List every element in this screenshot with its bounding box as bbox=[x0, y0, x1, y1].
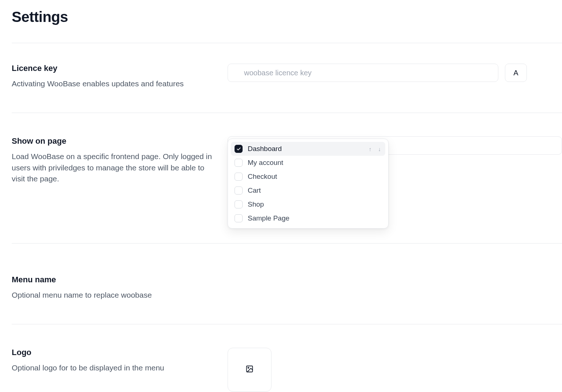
page-option-sample-page[interactable]: Sample Page bbox=[231, 211, 385, 225]
page-option-label: Shop bbox=[248, 200, 382, 208]
page-option-label: Sample Page bbox=[248, 214, 382, 222]
logo-upload-box[interactable] bbox=[228, 348, 271, 392]
pages-dropdown: Dashboard ↑ ↓ My account Checkout Cart S… bbox=[228, 139, 389, 229]
checkbox-icon[interactable] bbox=[235, 173, 243, 181]
logo-label-col: Logo Optional logo for to be displayed i… bbox=[12, 348, 228, 392]
image-icon bbox=[246, 365, 254, 374]
show-on-page-title: Show on page bbox=[12, 136, 213, 146]
licence-title: Licence key bbox=[12, 64, 213, 73]
menu-name-title: Menu name bbox=[12, 275, 213, 284]
licence-action-button[interactable]: A bbox=[505, 64, 527, 82]
checkbox-icon[interactable] bbox=[235, 200, 243, 208]
menu-name-desc: Optional menu name to replace woobase bbox=[12, 290, 213, 301]
page-option-checkout[interactable]: Checkout bbox=[231, 170, 385, 184]
show-on-page-label-col: Show on page Load WooBase on a specific … bbox=[12, 136, 228, 184]
licence-desc: Activating WooBase enables updates and f… bbox=[12, 78, 213, 89]
page-option-label: Cart bbox=[248, 186, 382, 195]
page-option-my-account[interactable]: My account bbox=[231, 156, 385, 170]
page-option-label: My account bbox=[248, 159, 382, 167]
checkbox-icon[interactable] bbox=[235, 214, 243, 222]
svg-point-2 bbox=[248, 368, 249, 369]
licence-field-col: A bbox=[228, 64, 562, 89]
arrow-up-icon[interactable]: ↑ bbox=[368, 146, 372, 152]
page-option-shop[interactable]: Shop bbox=[231, 197, 385, 211]
row-show-on-page: Show on page Load WooBase on a specific … bbox=[12, 113, 562, 243]
licence-input-wrap bbox=[228, 64, 498, 82]
menu-name-field-col bbox=[228, 275, 562, 301]
licence-key-input[interactable] bbox=[228, 64, 498, 82]
page-title: Settings bbox=[12, 9, 562, 25]
menu-name-label-col: Menu name Optional menu name to replace … bbox=[12, 275, 228, 301]
arrow-down-icon[interactable]: ↓ bbox=[378, 146, 382, 152]
logo-desc: Optional logo for to be displayed in the… bbox=[12, 362, 213, 373]
row-licence: Licence key Activating WooBase enables u… bbox=[12, 43, 562, 113]
checkbox-checked-icon[interactable] bbox=[235, 145, 243, 153]
show-on-page-desc: Load WooBase on a specific frontend page… bbox=[12, 151, 213, 184]
row-menu-name: Menu name Optional menu name to replace … bbox=[12, 244, 562, 324]
logo-title: Logo bbox=[12, 348, 213, 357]
logo-field-col bbox=[228, 348, 562, 392]
page-option-label: Dashboard bbox=[248, 145, 363, 153]
checkbox-icon[interactable] bbox=[235, 186, 243, 195]
row-logo: Logo Optional logo for to be displayed i… bbox=[12, 324, 562, 392]
page-option-dashboard[interactable]: Dashboard ↑ ↓ bbox=[231, 142, 385, 156]
licence-label-col: Licence key Activating WooBase enables u… bbox=[12, 64, 228, 89]
page-option-label: Checkout bbox=[248, 173, 382, 181]
page-option-cart[interactable]: Cart bbox=[231, 184, 385, 197]
checkbox-icon[interactable] bbox=[235, 159, 243, 167]
